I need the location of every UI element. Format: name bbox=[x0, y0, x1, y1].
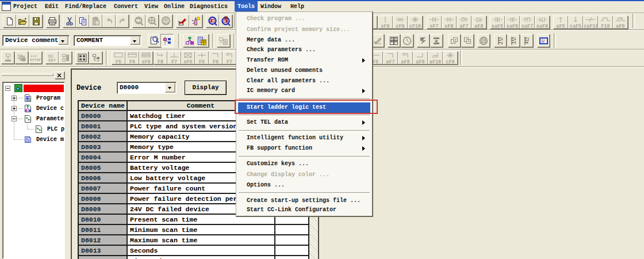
svg-text:S9: S9 bbox=[48, 58, 53, 62]
svg-text:error: error bbox=[30, 58, 41, 62]
svg-text:c+v: c+v bbox=[30, 54, 37, 58]
svg-text:123: 123 bbox=[163, 21, 169, 25]
